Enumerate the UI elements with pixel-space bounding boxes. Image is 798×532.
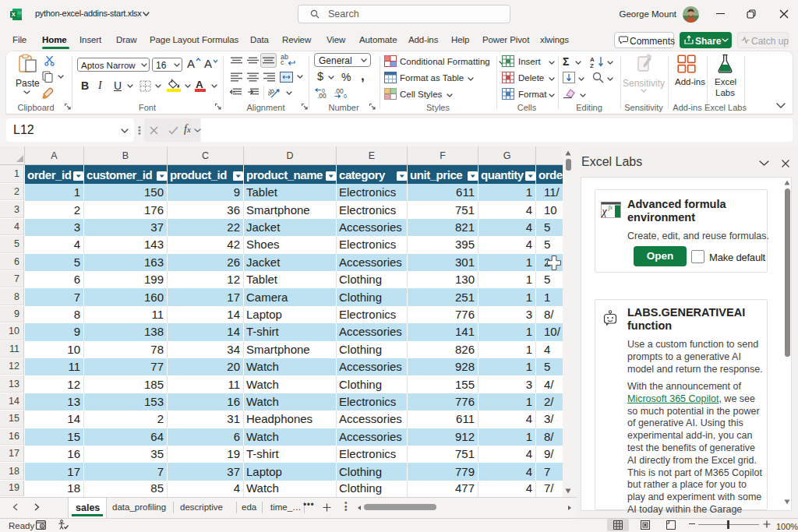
svg-text:fx: fx: [609, 204, 613, 211]
svg-text:.00: .00: [334, 87, 344, 95]
svg-text:0: 0: [344, 93, 347, 99]
svg-text:0: 0: [322, 88, 325, 93]
svg-text:Z: Z: [590, 62, 594, 68]
svg-text:X: X: [12, 11, 16, 18]
svg-text:χ: χ: [601, 206, 608, 217]
svg-text:ab: ab: [268, 87, 276, 97]
